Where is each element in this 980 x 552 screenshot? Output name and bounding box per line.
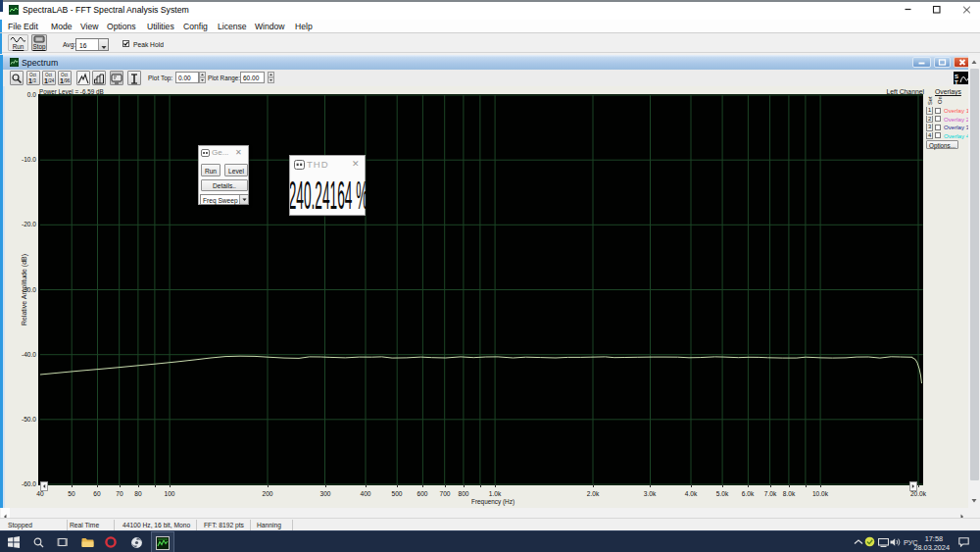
svg-text:/24: /24 [48, 78, 55, 83]
svg-text:T: T [955, 79, 958, 85]
svg-text:/3: /3 [32, 78, 36, 83]
svg-text:/96: /96 [64, 78, 71, 83]
